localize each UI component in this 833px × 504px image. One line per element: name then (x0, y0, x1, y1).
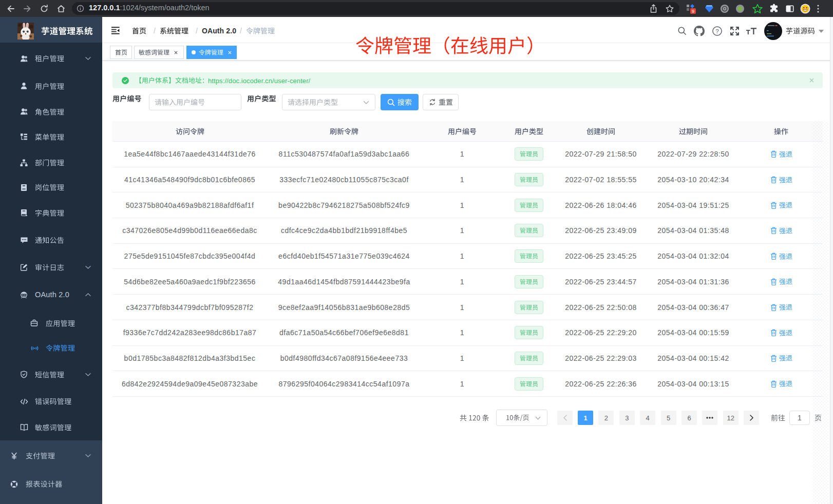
svg-text:?: ? (715, 28, 718, 34)
svg-text:9: 9 (692, 9, 694, 14)
